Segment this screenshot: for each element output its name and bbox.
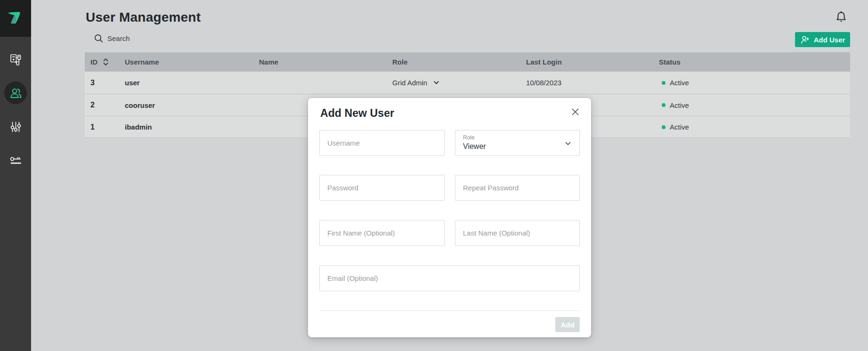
email-field[interactable] [319, 265, 580, 291]
status-active-dot [662, 103, 665, 107]
role-dropdown-value: Grid Admin [392, 79, 427, 87]
sort-icon[interactable] [103, 58, 109, 66]
cell-status: Active [653, 123, 850, 131]
add-user-button-label: Add User [814, 36, 845, 44]
bell-icon [835, 10, 848, 24]
status-label: Active [670, 123, 689, 131]
status-active-dot [662, 125, 665, 129]
search-icon [94, 34, 103, 43]
add-user-button[interactable]: Add User [795, 32, 850, 47]
cell-last-login: 10/08/2023 [520, 79, 653, 87]
column-header-status[interactable]: Status [653, 58, 850, 66]
users-icon [9, 87, 22, 99]
last-name-field[interactable] [455, 220, 580, 246]
cell-status: Active [653, 79, 850, 87]
column-header-role[interactable]: Role [387, 58, 520, 66]
password-field[interactable] [319, 175, 445, 201]
key-icon [9, 155, 22, 167]
sidebar [0, 0, 31, 351]
table-row[interactable]: 3 user Grid Admin 10/08/2023 Active [85, 72, 850, 94]
role-dropdown[interactable]: Grid Admin [392, 79, 439, 87]
sidebar-item-settings[interactable] [4, 115, 27, 138]
topology-icon [9, 53, 22, 65]
chevron-down-icon [434, 81, 439, 84]
notifications-button[interactable] [835, 10, 848, 24]
role-select-value: Viewer [463, 142, 572, 151]
column-header-id[interactable]: ID [85, 58, 119, 66]
cell-id: 1 [85, 123, 119, 131]
status-label: Active [670, 79, 689, 87]
username-field[interactable] [319, 130, 445, 156]
role-select[interactable]: Role Viewer [455, 130, 580, 156]
sidebar-item-nodes[interactable] [4, 48, 27, 70]
status-active-dot [662, 81, 665, 85]
sidebar-nav [4, 48, 27, 172]
cell-id: 2 [85, 101, 119, 109]
first-name-field[interactable] [319, 220, 445, 246]
cell-id: 3 [85, 79, 119, 87]
repeat-password-field[interactable] [455, 175, 580, 201]
modal-footer-divider [319, 310, 580, 311]
cell-role: Grid Admin [387, 79, 520, 87]
column-header-last-login[interactable]: Last Login [520, 58, 653, 66]
chevron-down-icon [565, 142, 571, 146]
brand-logo[interactable] [0, 0, 31, 37]
table-header-row: ID Username Name Role Last Login Status [85, 52, 850, 72]
cell-status: Active [653, 101, 850, 109]
sidebar-item-access-keys[interactable] [4, 149, 27, 172]
column-header-name[interactable]: Name [253, 58, 387, 66]
sliders-icon [9, 121, 22, 133]
page-title: User Management [86, 10, 201, 25]
cell-username: user [119, 79, 253, 87]
cell-username: ibadmin [119, 123, 253, 131]
person-add-icon [800, 35, 810, 45]
modal-close-button[interactable] [570, 108, 580, 117]
status-label: Active [670, 101, 689, 109]
cell-username: cooruser [119, 101, 253, 109]
modal-title: Add New User [320, 107, 394, 120]
sidebar-item-users[interactable] [4, 82, 27, 104]
brand-logo-icon [6, 11, 25, 26]
search-box [94, 34, 292, 43]
add-submit-button[interactable]: Add [555, 317, 580, 332]
add-new-user-modal: Add New User Role Viewer Add [308, 98, 591, 337]
search-input[interactable] [107, 34, 277, 42]
column-header-username[interactable]: Username [119, 58, 253, 66]
close-icon [571, 108, 579, 116]
page: User Management Add User ID [0, 0, 868, 351]
role-select-label: Role [463, 134, 572, 141]
